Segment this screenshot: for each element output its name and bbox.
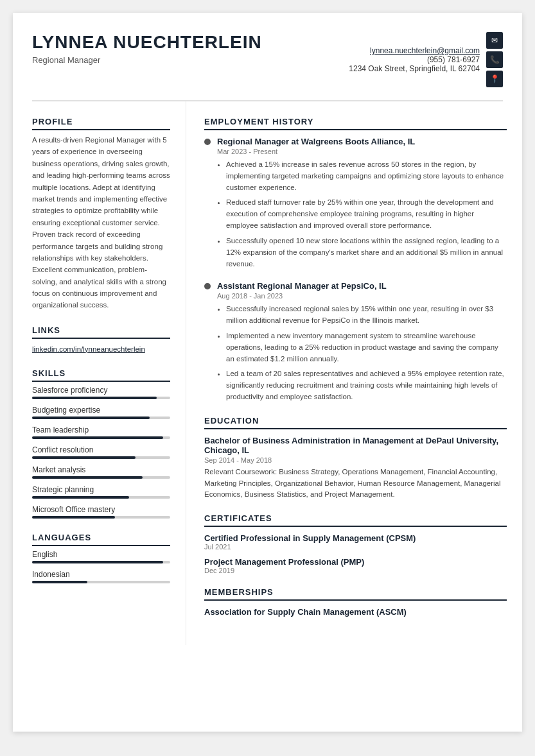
job-bullet: Implemented a new inventory management s… [226, 331, 507, 365]
linkedin-link[interactable]: linkedin.com/in/lynneanuechterlein [32, 345, 145, 353]
header-contact: lynnea.nuechterlein@gmail.com (955) 781-… [349, 46, 480, 73]
skill-name: Microsoft Office mastery [32, 505, 170, 514]
languages-section: LANGUAGES English Indonesian [32, 533, 170, 583]
skill-bar-bg [32, 436, 170, 439]
job-bullet: Successfully increased regional sales by… [226, 304, 507, 327]
skill-bar-fill [32, 516, 115, 519]
education-section: EDUCATION Bachelor of Business Administr… [204, 416, 507, 501]
job-bullet: Reduced staff turnover rate by 25% withi… [226, 197, 507, 231]
links-title: LINKS [32, 325, 170, 339]
skill-bar-bg [32, 456, 170, 459]
body: PROFILE A results-driven Regional Manage… [13, 101, 522, 645]
skill-bar-fill [32, 397, 157, 399]
job-item: Regional Manager at Walgreens Boots Alli… [204, 137, 507, 270]
languages-title: LANGUAGES [32, 533, 170, 546]
employment-title: EMPLOYMENT HISTORY [204, 117, 507, 130]
skill-bar-fill [32, 476, 143, 479]
skills-section: SKILLS Salesforce proficiency Budgeting … [32, 368, 170, 519]
skill-item: Microsoft Office mastery [32, 505, 170, 519]
cert-date: Jul 2021 [204, 543, 507, 551]
language-bar-bg [32, 581, 170, 583]
edu-coursework: Relevant Coursework: Business Strategy, … [204, 467, 507, 501]
phone-text: (955) 781-6927 [349, 55, 480, 64]
cert-item: Project Management Professional (PMP) De… [204, 557, 507, 574]
certificates-section: CERTIFICATES Certified Professional in S… [204, 513, 507, 574]
certificates-title: CERTIFICATES [204, 513, 507, 527]
edu-degree: Bachelor of Business Administration in M… [204, 436, 507, 455]
job-bullet: Successfully opened 10 new store locatio… [226, 236, 507, 270]
languages-list: English Indonesian [32, 550, 170, 583]
skill-item: Budgeting expertise [32, 406, 170, 419]
left-column: PROFILE A results-driven Regional Manage… [13, 101, 186, 645]
job-header: Regional Manager at Walgreens Boots Alli… [204, 137, 507, 146]
right-column: EMPLOYMENT HISTORY Regional Manager at W… [186, 101, 522, 645]
education-title: EDUCATION [204, 416, 507, 429]
membership-name: Association for Supply Chain Management … [204, 607, 507, 617]
skill-item: Market analysis [32, 465, 170, 479]
employment-section: EMPLOYMENT HISTORY Regional Manager at W… [204, 117, 507, 403]
skill-bar-fill [32, 496, 129, 499]
job-header: Assistant Regional Manager at PepsiCo, I… [204, 281, 507, 291]
profile-text: A results-driven Regional Manager with 5… [32, 134, 170, 311]
job-bullet: Led a team of 20 sales representatives a… [226, 368, 507, 402]
language-name: Indonesian [32, 570, 170, 579]
job-bullets: Successfully increased regional sales by… [217, 304, 507, 403]
email-link[interactable]: lynnea.nuechterlein@gmail.com [349, 46, 480, 55]
skills-list: Salesforce proficiency Budgeting experti… [32, 386, 170, 519]
skill-name: Strategic planning [32, 485, 170, 494]
skill-item: Team leadership [32, 425, 170, 439]
skill-name: Team leadership [32, 425, 170, 434]
language-name: English [32, 550, 170, 559]
jobs-list: Regional Manager at Walgreens Boots Alli… [204, 137, 507, 403]
skill-name: Market analysis [32, 465, 170, 474]
links-section: LINKS linkedin.com/in/lynneanuechterlein [32, 325, 170, 354]
skill-bar-fill [32, 417, 150, 419]
language-bar-bg [32, 561, 170, 563]
language-item: Indonesian [32, 570, 170, 583]
phone-icon: 📞 [486, 51, 503, 68]
header-icons: ✉ 📞 📍 [486, 32, 503, 87]
language-bar-fill [32, 581, 87, 583]
skill-bar-bg [32, 417, 170, 419]
membership-item: Association for Supply Chain Management … [204, 607, 507, 617]
location-icon: 📍 [486, 71, 503, 87]
profile-title: PROFILE [32, 117, 170, 130]
job-bullet: Achieved a 15% increase in sales revenue… [226, 159, 507, 193]
memberships-list: Association for Supply Chain Management … [204, 607, 507, 617]
skill-item: Strategic planning [32, 485, 170, 499]
job-dot [204, 283, 211, 289]
resume-container: LYNNEA NUECHTERLEIN Regional Manager lyn… [13, 13, 522, 732]
email-icon: ✉ [486, 32, 503, 49]
skill-name: Budgeting expertise [32, 406, 170, 415]
skills-title: SKILLS [32, 368, 170, 382]
profile-section: PROFILE A results-driven Regional Manage… [32, 117, 170, 311]
candidate-title: Regional Manager [32, 55, 262, 65]
skill-bar-bg [32, 476, 170, 479]
education-list: Bachelor of Business Administration in M… [204, 436, 507, 501]
job-date: Aug 2018 - Jan 2023 [217, 292, 507, 300]
skill-item: Salesforce proficiency [32, 386, 170, 399]
cert-name: Project Management Professional (PMP) [204, 557, 507, 567]
skill-bar-fill [32, 456, 136, 459]
header-left: LYNNEA NUECHTERLEIN Regional Manager [32, 32, 262, 87]
skill-name: Conflict resolution [32, 445, 170, 454]
cert-item: Certified Professional in Supply Managem… [204, 533, 507, 551]
language-bar-fill [32, 561, 163, 563]
edu-date: Sep 2014 - May 2018 [204, 456, 507, 464]
job-item: Assistant Regional Manager at PepsiCo, I… [204, 281, 507, 403]
education-item: Bachelor of Business Administration in M… [204, 436, 507, 501]
header: LYNNEA NUECHTERLEIN Regional Manager lyn… [13, 13, 522, 100]
skill-bar-fill [32, 436, 163, 439]
cert-name: Certified Professional in Supply Managem… [204, 533, 507, 543]
skill-item: Conflict resolution [32, 445, 170, 459]
skill-bar-bg [32, 397, 170, 399]
memberships-section: MEMBERSHIPS Association for Supply Chain… [204, 587, 507, 617]
cert-date: Dec 2019 [204, 567, 507, 574]
job-bullets: Achieved a 15% increase in sales revenue… [217, 159, 507, 270]
memberships-title: MEMBERSHIPS [204, 587, 507, 601]
skill-bar-bg [32, 496, 170, 499]
job-date: Mar 2023 - Present [217, 148, 507, 155]
language-item: English [32, 550, 170, 563]
job-title: Regional Manager at Walgreens Boots Alli… [217, 137, 415, 146]
header-right: lynnea.nuechterlein@gmail.com (955) 781-… [349, 32, 503, 87]
